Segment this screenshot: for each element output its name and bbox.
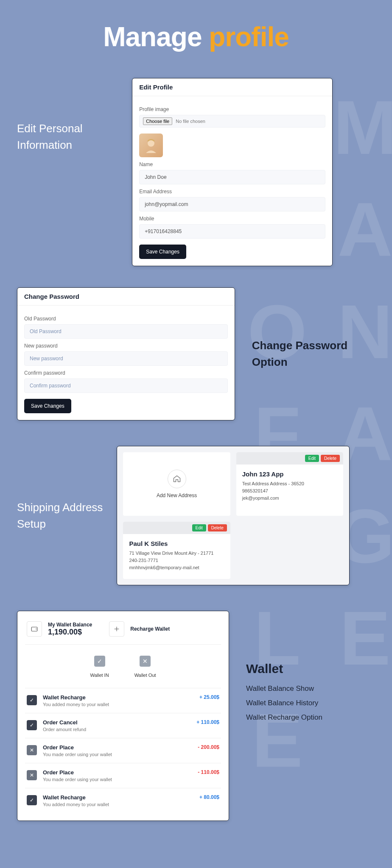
shipping-label: Shipping Address Setup xyxy=(17,499,104,532)
address-email: mnhhnvjmk6@temporary-mail.net xyxy=(129,565,224,570)
delete-address-button[interactable]: Delete xyxy=(208,524,227,531)
check-icon: ✓ xyxy=(27,720,37,730)
page-title: Manage profile xyxy=(0,0,392,53)
wallet-card: My Wallet Balance 1,190.00$ Recharge Wal… xyxy=(17,611,229,821)
transaction-amount: - 110.00$ xyxy=(198,769,219,775)
address-name: John 123 App xyxy=(242,470,337,478)
save-password-button[interactable]: Save Changes xyxy=(24,399,71,413)
transaction-title: Wallet Recharge xyxy=(43,794,193,801)
address-line: Test Address Address - 36520 xyxy=(242,481,337,486)
add-new-text: Add New Address xyxy=(157,492,197,498)
x-icon: ✕ xyxy=(27,745,37,755)
transaction-amount: - 200.00$ xyxy=(198,744,219,750)
transaction-row: ✓Wallet RechargeYou added money to your … xyxy=(25,688,221,713)
home-icon xyxy=(168,470,186,488)
title-part1: Manage xyxy=(103,22,202,52)
transaction-row: ✓Order CancelOrder amount refund+ 110.00… xyxy=(25,713,221,738)
wallet-feature: Wallet Balance History xyxy=(246,699,322,707)
confirm-password-label: Confirm password xyxy=(24,370,228,376)
plus-icon[interactable] xyxy=(109,621,124,637)
wallet-icon xyxy=(27,621,42,637)
confirm-password-input[interactable] xyxy=(24,378,228,393)
wallet-in-label: Wallet IN xyxy=(90,673,109,678)
wallet-out-filter[interactable]: ✕ xyxy=(140,656,151,667)
transaction-desc: You made order using your wallet xyxy=(43,752,192,757)
shipping-panel: Add New Address Edit Delete John 123 App… xyxy=(117,446,350,585)
name-input[interactable] xyxy=(139,170,325,184)
transaction-title: Order Place xyxy=(43,769,192,776)
check-icon: ✓ xyxy=(27,695,37,705)
edit-address-button[interactable]: Edit xyxy=(305,455,319,462)
transaction-desc: You added money to your wallet xyxy=(43,802,193,807)
transaction-amount: + 80.00$ xyxy=(199,794,219,800)
edit-profile-card: Edit Profile Profile image Choose file N… xyxy=(132,78,333,266)
wallet-balance-value: 1,190.00$ xyxy=(48,628,92,637)
transaction-desc: You made order using your wallet xyxy=(43,777,192,782)
transaction-desc: You added money to your wallet xyxy=(43,702,193,707)
edit-profile-card-title: Edit Profile xyxy=(132,78,332,96)
wallet-in-filter[interactable]: ✓ xyxy=(94,656,105,667)
address-name: Paul K Stiles xyxy=(129,540,224,547)
wallet-feature: Wallet Recharge Option xyxy=(246,713,322,722)
avatar-face-icon xyxy=(143,137,160,154)
transaction-row: ✕Order PlaceYou made order using your wa… xyxy=(25,763,221,788)
file-input-row: Choose file No file chosen xyxy=(139,115,325,128)
x-icon: ✕ xyxy=(27,770,37,780)
change-password-title: Change Password xyxy=(17,288,235,306)
change-password-label: Change Password Option xyxy=(252,337,375,370)
change-password-card: Change Password Old Password New passwor… xyxy=(17,287,235,420)
email-input[interactable] xyxy=(139,197,325,211)
transaction-amount: + 110.00$ xyxy=(196,719,219,725)
transaction-title: Wallet Recharge xyxy=(43,694,193,701)
address-card: Edit Delete John 123 App Test Address Ad… xyxy=(236,452,343,516)
mobile-label: Mobile xyxy=(139,216,325,222)
profile-image-label: Profile image xyxy=(139,106,325,112)
delete-address-button[interactable]: Delete xyxy=(321,455,340,462)
transaction-row: ✓Wallet RechargeYou added money to your … xyxy=(25,788,221,813)
new-password-label: New password xyxy=(24,343,228,349)
title-part2: profile xyxy=(209,22,289,52)
check-icon: ✓ xyxy=(27,795,37,805)
name-label: Name xyxy=(139,161,325,167)
wallet-feature: Wallet Balance Show xyxy=(246,684,322,693)
save-profile-button[interactable]: Save Changes xyxy=(139,245,186,259)
choose-file-button[interactable]: Choose file xyxy=(143,117,172,125)
add-new-address-card[interactable]: Add New Address xyxy=(123,452,230,516)
no-file-text: No file chosen xyxy=(176,119,205,124)
transaction-desc: Order amount refund xyxy=(43,727,190,732)
transaction-amount: + 25.00$ xyxy=(199,694,219,700)
new-password-input[interactable] xyxy=(24,351,228,366)
address-phone: 9865320147 xyxy=(242,488,337,493)
address-line: 71 Village View Drive Mount Airy - 21771 xyxy=(129,551,224,556)
transaction-title: Order Place xyxy=(43,744,192,751)
old-password-label: Old Password xyxy=(24,316,228,322)
old-password-input[interactable] xyxy=(24,324,228,339)
mobile-input[interactable] xyxy=(139,224,325,239)
transaction-row: ✕Order PlaceYou made order using your wa… xyxy=(25,738,221,763)
email-label: Email Address xyxy=(139,189,325,195)
wallet-balance-label: My Wallet Balance xyxy=(48,622,92,628)
wallet-heading: Wallet xyxy=(246,662,322,676)
avatar xyxy=(139,134,163,157)
edit-address-button[interactable]: Edit xyxy=(192,524,206,531)
transaction-title: Order Cancel xyxy=(43,719,190,726)
address-card: Edit Delete Paul K Stiles 71 Village Vie… xyxy=(123,522,230,579)
address-phone: 240-231-7771 xyxy=(129,558,224,563)
edit-profile-label: Edit Personal Information xyxy=(17,120,119,153)
address-email: jek@yopmail.com xyxy=(242,495,337,501)
wallet-out-label: Wallet Out xyxy=(134,673,156,678)
recharge-wallet-button[interactable]: Recharge Wallet xyxy=(130,626,170,632)
